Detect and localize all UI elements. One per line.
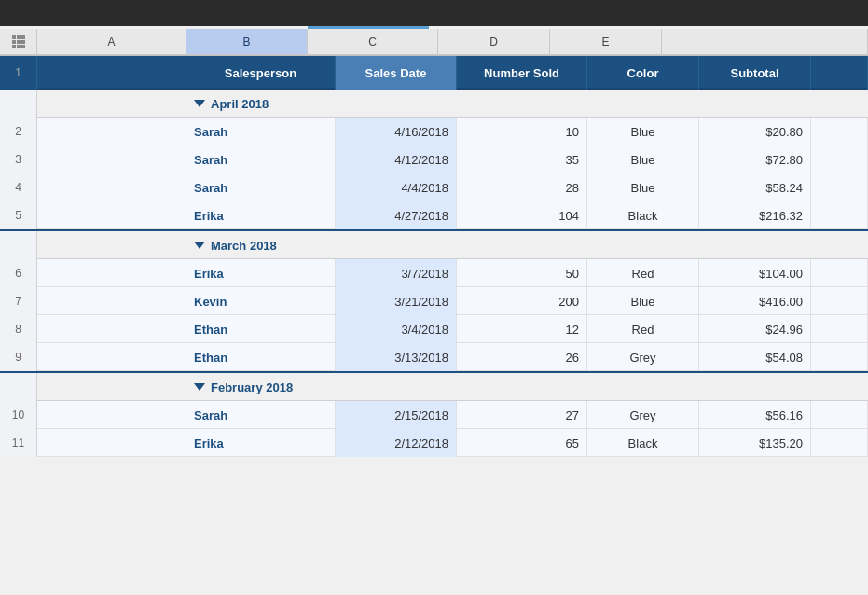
cell-color[interactable]: Red [587, 259, 699, 287]
cell-subtotal[interactable]: $58.24 [699, 173, 811, 201]
cell-number-sold[interactable]: 104 [457, 201, 587, 229]
cell-color[interactable]: Red [587, 315, 699, 343]
table-row[interactable]: 6 Erika 3/7/2018 50 Red $104.00 [0, 259, 868, 287]
cell-subtotal[interactable]: $216.32 [699, 201, 811, 229]
cell-indent [37, 145, 186, 173]
cell-salesperson[interactable]: Ethan [186, 315, 336, 343]
group-name: February 2018 [211, 381, 293, 394]
table-row[interactable]: 7 Kevin 3/21/2018 200 Blue $416.00 [0, 287, 868, 315]
cell-subtotal[interactable]: $72.80 [699, 145, 811, 173]
color-value: Grey [629, 408, 655, 422]
subtotal-value: $135.20 [759, 436, 803, 450]
color-value: Red [632, 323, 654, 337]
group-header-label[interactable]: February 2018 [186, 373, 868, 401]
cell-date[interactable]: 3/4/2018 [336, 315, 457, 343]
number-sold-value: 35 [566, 153, 579, 167]
cell-subtotal[interactable]: $24.96 [699, 315, 811, 343]
cell-extra [811, 118, 868, 145]
header-cell-empty [37, 56, 186, 90]
cell-date[interactable]: 3/7/2018 [336, 259, 457, 287]
cell-salesperson[interactable]: Erika [186, 259, 336, 287]
cell-salesperson[interactable]: Ethan [186, 343, 336, 371]
cell-color[interactable]: Black [587, 429, 699, 457]
cell-date[interactable]: 2/12/2018 [336, 429, 457, 457]
cell-date[interactable]: 3/21/2018 [336, 287, 457, 315]
col-header-d[interactable]: D [438, 29, 550, 55]
cell-extra [811, 145, 868, 173]
cell-subtotal[interactable]: $135.20 [699, 429, 811, 457]
spreadsheet: A B C D E 1 Salesperson Sales Date [0, 0, 868, 595]
cell-extra [811, 401, 868, 429]
cell-indent [37, 401, 186, 429]
cell-salesperson[interactable]: Sarah [186, 173, 336, 201]
cell-salesperson[interactable]: Erika [186, 201, 336, 229]
subtotal-value: $56.16 [765, 408, 803, 422]
cell-color[interactable]: Blue [587, 118, 699, 145]
cell-date[interactable]: 4/4/2018 [336, 173, 457, 201]
cell-number-sold[interactable]: 28 [457, 173, 587, 201]
cell-salesperson[interactable]: Kevin [186, 287, 336, 315]
color-value: Blue [630, 125, 654, 139]
cell-subtotal[interactable]: $20.80 [699, 118, 811, 145]
cell-date[interactable]: 4/16/2018 [336, 118, 457, 145]
cell-indent [37, 343, 186, 371]
table-row[interactable]: 9 Ethan 3/13/2018 26 Grey $54.08 [0, 343, 868, 371]
cell-number-sold[interactable]: 200 [457, 287, 587, 315]
collapse-triangle [194, 242, 205, 249]
color-value: Blue [630, 295, 654, 309]
cell-salesperson[interactable]: Sarah [186, 145, 336, 173]
table-row[interactable]: 4 Sarah 4/4/2018 28 Blue $58.24 [0, 173, 868, 201]
cell-color[interactable]: Blue [587, 287, 699, 315]
cell-date[interactable]: 3/13/2018 [336, 343, 457, 371]
group-row-num [0, 231, 37, 259]
cell-color[interactable]: Blue [587, 145, 699, 173]
cell-date[interactable]: 4/12/2018 [336, 145, 457, 173]
cell-date[interactable]: 4/27/2018 [336, 201, 457, 229]
table-row[interactable]: 2 Sarah 4/16/2018 10 Blue $20.80 [0, 118, 868, 145]
table-row[interactable]: 10 Sarah 2/15/2018 27 Grey $56.16 [0, 401, 868, 429]
cell-subtotal[interactable]: $104.00 [699, 259, 811, 287]
cell-color[interactable]: Grey [587, 401, 699, 429]
col-header-e[interactable]: E [550, 29, 662, 55]
table-row[interactable]: 5 Erika 4/27/2018 104 Black $216.32 [0, 201, 868, 229]
color-value: Red [632, 267, 654, 281]
cell-extra [811, 343, 868, 371]
corner-cell[interactable] [0, 29, 37, 55]
col-header-c[interactable]: C [308, 29, 438, 55]
salesperson-value: Sarah [194, 181, 227, 195]
date-value: 4/27/2018 [394, 209, 448, 223]
col-header-b[interactable]: B [186, 29, 308, 55]
group-header-label[interactable]: March 2018 [186, 231, 868, 259]
group-header-label[interactable]: April 2018 [186, 90, 868, 118]
cell-color[interactable]: Grey [587, 343, 699, 371]
col-header-a[interactable]: A [37, 29, 186, 55]
header-cell-salesperson: Salesperson [186, 56, 336, 90]
salesperson-value: Sarah [194, 125, 227, 139]
cell-salesperson[interactable]: Sarah [186, 401, 336, 429]
cell-number-sold[interactable]: 50 [457, 259, 587, 287]
cell-salesperson[interactable]: Sarah [186, 118, 336, 145]
cell-number-sold[interactable]: 65 [457, 429, 587, 457]
table-row[interactable]: 11 Erika 2/12/2018 65 Black $135.20 [0, 429, 868, 457]
cell-subtotal[interactable]: $56.16 [699, 401, 811, 429]
salesperson-value: Sarah [194, 153, 227, 167]
cell-number-sold[interactable]: 12 [457, 315, 587, 343]
cell-subtotal[interactable]: $416.00 [699, 287, 811, 315]
cell-subtotal[interactable]: $54.08 [699, 343, 811, 371]
salesperson-value: Erika [194, 436, 224, 450]
number-sold-value: 12 [566, 323, 579, 337]
group-header-row: April 2018 [0, 90, 868, 118]
cell-color[interactable]: Black [587, 201, 699, 229]
cell-color[interactable]: Blue [587, 173, 699, 201]
table-row[interactable]: 8 Ethan 3/4/2018 12 Red $24.96 [0, 315, 868, 343]
grid-icon [12, 35, 25, 48]
cell-number-sold[interactable]: 10 [457, 118, 587, 145]
number-sold-value: 104 [558, 209, 579, 223]
table-row[interactable]: 3 Sarah 4/12/2018 35 Blue $72.80 [0, 145, 868, 173]
cell-number-sold[interactable]: 27 [457, 401, 587, 429]
cell-number-sold[interactable]: 26 [457, 343, 587, 371]
cell-date[interactable]: 2/15/2018 [336, 401, 457, 429]
cell-number-sold[interactable]: 35 [457, 145, 587, 173]
cell-salesperson[interactable]: Erika [186, 429, 336, 457]
group-header-indent [37, 231, 186, 259]
